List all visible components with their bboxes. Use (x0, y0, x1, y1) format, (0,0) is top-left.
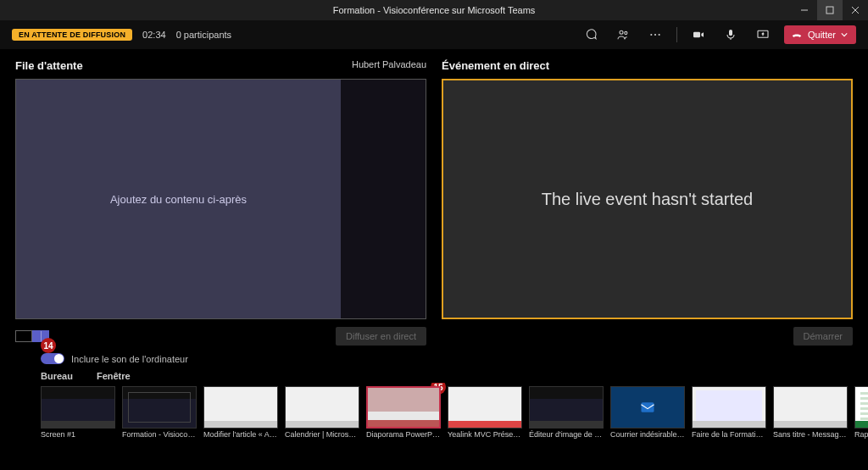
svg-rect-13 (642, 402, 654, 412)
people-icon[interactable] (612, 24, 634, 46)
svg-point-4 (620, 30, 623, 34)
mic-icon[interactable] (720, 24, 742, 46)
thumb-window[interactable]: Formation - Visioconféré… (122, 386, 197, 439)
window-title: Formation - Visioconférence sur Microsof… (333, 5, 536, 15)
presenter-name: Hubert Palvadeau (352, 59, 426, 72)
thumb-window[interactable]: Rapport Postionnement … (854, 386, 868, 439)
title-bar: Formation - Visioconférence sur Microsof… (0, 0, 868, 20)
broadcast-button[interactable]: Diffuser en direct (336, 327, 426, 346)
meeting-toolbar: EN ATTENTE DE DIFFUSION 02:34 0 particip… (0, 20, 868, 49)
more-icon[interactable] (644, 24, 666, 46)
live-title: Événement en direct (442, 59, 549, 72)
thumb-window[interactable]: Éditeur d'image de Scre… (529, 386, 604, 439)
camera-icon[interactable] (687, 24, 709, 46)
minimize-button[interactable] (792, 0, 817, 20)
svg-rect-10 (729, 30, 732, 36)
svg-rect-1 (826, 7, 833, 14)
thumb-window[interactable]: Courrier indésirable - hu… (610, 386, 685, 439)
start-button[interactable]: Démarrer (793, 327, 853, 346)
svg-point-7 (654, 34, 656, 36)
layout-single[interactable] (15, 330, 32, 342)
thumb-window[interactable]: Calendrier | Microsoft Te… (285, 386, 359, 439)
queue-preview[interactable]: Ajoutez du contenu ci-après (15, 79, 426, 319)
live-preview: The live event hasn't started (442, 79, 853, 319)
thumb-window[interactable]: Sans titre - Message (HT… (773, 386, 848, 439)
broadcast-status-pill: EN ATTENTE DE DIFFUSION (12, 29, 132, 41)
thumb-window-selected[interactable]: 15 Diaporama PowerPoint - … (366, 386, 441, 439)
thumb-window[interactable]: Modifier l'article « Apog … (203, 386, 278, 439)
share-tabs: Bureau Fenêtre (0, 366, 868, 383)
leave-label: Quitter (808, 30, 836, 40)
queue-column: File d'attente Hubert Palvadeau Ajoutez … (15, 59, 426, 346)
include-audio-toggle[interactable] (41, 353, 64, 364)
close-button[interactable] (843, 0, 868, 20)
live-message: The live event hasn't started (542, 190, 754, 209)
window-controls (792, 0, 868, 20)
hangup-icon (791, 29, 803, 41)
queue-placeholder: Ajoutez du contenu ci-après (16, 80, 341, 318)
live-column: Événement en direct The live event hasn'… (442, 59, 853, 346)
svg-point-6 (650, 34, 652, 36)
include-audio-label: Inclure le son de l'ordinateur (71, 354, 188, 364)
thumb-window[interactable]: Faire de la Formation av… (692, 386, 766, 439)
outlook-icon (639, 399, 656, 416)
share-screen-icon[interactable] (752, 24, 774, 46)
svg-rect-9 (693, 32, 700, 38)
annotation-marker-14: 14 (41, 338, 56, 353)
tab-desktop[interactable]: Bureau (41, 371, 73, 381)
tab-window[interactable]: Fenêtre (97, 371, 131, 381)
leave-button[interactable]: Quitter (784, 25, 856, 44)
thumb-window[interactable]: Yealink MVC Présentatio… (448, 386, 522, 439)
chevron-down-icon (841, 31, 848, 38)
maximize-button[interactable] (817, 0, 843, 20)
thumb-screen-1[interactable]: Screen #1 (41, 386, 115, 439)
chat-icon[interactable] (580, 24, 602, 46)
queue-title: File d'attente (15, 59, 83, 72)
main-area: File d'attente Hubert Palvadeau Ajoutez … (0, 49, 868, 350)
participant-count: 0 participants (176, 30, 231, 40)
queue-side-panel (341, 80, 426, 318)
share-thumbnails: Screen #1 Formation - Visioconféré… Modi… (0, 383, 868, 439)
elapsed-time: 02:34 (142, 30, 166, 40)
include-audio-row: 14 Inclure le son de l'ordinateur (0, 350, 868, 366)
svg-point-8 (659, 34, 660, 36)
divider (676, 27, 677, 42)
svg-point-5 (625, 31, 627, 34)
